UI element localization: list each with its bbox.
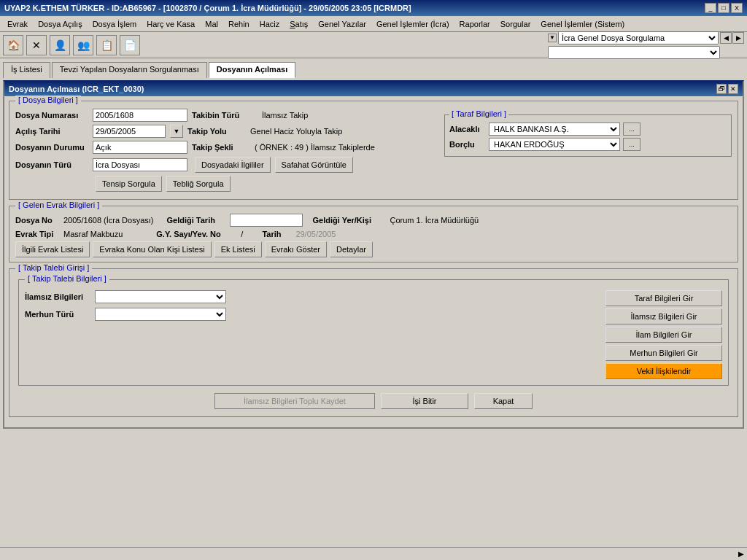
menu-harc-kasa[interactable]: Harç ve Kasa	[142, 18, 199, 30]
dosya-turu-row: Dosyanın Türü Dosyadaki İlgililer Safaha…	[15, 157, 438, 173]
geldigi-yer-kisi-label: Geldiği Yer/Kişi	[313, 216, 386, 225]
minimize-button[interactable]: _	[705, 3, 716, 13]
close-button[interactable]: X	[731, 3, 743, 13]
menu-haciz[interactable]: Haciz	[255, 18, 285, 30]
menu-evrak[interactable]: Evrak	[3, 18, 32, 30]
tab-dosyanin-acilmasi[interactable]: Dosyanın Açılması	[209, 62, 295, 78]
dropdown-arrow-icon[interactable]: ▼	[548, 34, 557, 42]
merhun-turu-select[interactable]	[95, 308, 226, 321]
tab-tevzi[interactable]: Tevzi Yapılan Dosyaların Sorgulanması	[52, 62, 207, 78]
bottom-buttons: İlamsız Bilgileri Toplu Kaydet İşi Bitir…	[15, 393, 732, 409]
toolbar-user-button[interactable]: 👤	[50, 35, 70, 55]
dosya-bilgileri-title: [ Dosya Bilgileri ]	[15, 96, 81, 104]
kapat-button[interactable]: Kapat	[474, 393, 533, 409]
menu-genel-islemler-icra[interactable]: Genel İşlemler (İcra)	[372, 18, 454, 30]
menu-dosya-acilis[interactable]: Dosya Açılış	[34, 18, 87, 30]
takip-talebi-inner: [ Takip Talebi Bilgileri ] İlamsız Bilgi…	[18, 279, 729, 386]
nav-prev-button[interactable]: ◀	[720, 32, 732, 44]
dosya-durumu-input[interactable]	[93, 141, 187, 154]
gy-sayi-label: G.Y. Sayı/Yev. No	[156, 230, 236, 238]
borclu-label: Borçlu	[449, 140, 486, 149]
merhun-turu-label: Merhun Türü	[25, 310, 90, 319]
detaylar-button[interactable]: Detaylar	[330, 241, 373, 257]
takip-form-left: İlamsız Bilgileri Merhun Türü	[25, 290, 598, 379]
ilamsiz-bilgileri-gir-button[interactable]: İlamsız Bilgileri Gir	[605, 308, 722, 324]
alacakli-row: Alacaklı HALK BANKASI A.Ş. ...	[449, 122, 727, 136]
ilam-bilgileri-gir-button[interactable]: İlam Bilgileri Gir	[605, 327, 722, 343]
evrak-tipi-value: Masraf Makbuzu	[63, 230, 123, 238]
main-content: Dosyanın Açılması (ICR_EKT_0030) 🗗 ✕ [ D…	[0, 77, 747, 432]
tensip-sorgula-button[interactable]: Tensip Sorgula	[96, 176, 162, 192]
menu-raporlar[interactable]: Raporlar	[455, 18, 495, 30]
ilgili-evrak-listesi-button[interactable]: İlgili Evrak Listesi	[15, 241, 90, 257]
menu-sorgular[interactable]: Sorgular	[496, 18, 535, 30]
geldigi-yer-kisi-value: Çorum 1. İcra Müdürlüğü	[390, 216, 479, 225]
dosyadaki-ilgililer-button[interactable]: Dosyadaki İlgililer	[195, 157, 271, 173]
toolbar-list-button[interactable]: 📋	[96, 35, 117, 55]
tarih-value: 29/05/2005	[295, 230, 336, 238]
status-bar: ▶	[0, 547, 747, 560]
teblig-sorgula-button[interactable]: Tebliğ Sorgula	[166, 176, 231, 192]
evraka-konu-button[interactable]: Evraka Konu Olan Kişi Listesi	[93, 241, 211, 257]
safahat-goruntule-button[interactable]: Safahat Görüntüle	[275, 157, 353, 173]
acilis-tarihi-input[interactable]	[93, 125, 166, 138]
evrak-tipi-label: Evrak Tipi	[15, 230, 59, 238]
vekil-iliskilendir-button[interactable]: Vekil İlişkilendir	[605, 363, 722, 379]
dosya-durumu-row: Dosyanın Durumu Takip Şekli ( ÖRNEK : 49…	[15, 141, 438, 154]
menu-mal[interactable]: Mal	[201, 18, 222, 30]
dosya-no-value: 2005/1608 (İcra Dosyası)	[63, 216, 154, 225]
tab-is-listesi[interactable]: İş Listesi	[3, 62, 50, 78]
maximize-button[interactable]: □	[718, 3, 729, 13]
dialog-title-bar: Dosyanın Açılması (ICR_EKT_0030) 🗗 ✕	[4, 82, 743, 96]
borclu-detail-button[interactable]: ...	[623, 138, 640, 151]
toolbar-users-button[interactable]: 👥	[73, 35, 93, 55]
alacakli-detail-button[interactable]: ...	[623, 122, 640, 136]
taraf-bilgileri-right: [ Taraf Bilgileri ] Alacaklı HALK BANKAS…	[444, 109, 732, 195]
takip-sekli-label: Takip Şekli	[192, 143, 250, 152]
dosya-turu-label: Dosyanın Türü	[15, 160, 88, 169]
borclu-select[interactable]: HAKAN ERDOĞUŞ	[489, 138, 620, 151]
toolbar-home-button[interactable]: 🏠	[3, 35, 23, 55]
merhun-bilgileri-gir-button[interactable]: Merhun Bilgileri Gir	[605, 345, 722, 361]
toolbar-close-button[interactable]: ✕	[26, 35, 47, 55]
menu-rehin[interactable]: Rehin	[224, 18, 254, 30]
ilamsiz-bilgileri-label: İlamsız Bilgileri	[25, 292, 90, 301]
geldigi-tarih-input[interactable]	[230, 214, 303, 227]
dosya-numarasi-label: Dosya Numarası	[15, 111, 88, 120]
icra-genel-dosya-dropdown[interactable]: İcra Genel Dosya Sorgulama	[558, 31, 719, 44]
toolbar-dropdown1: ▼ İcra Genel Dosya Sorgulama ◀ ▶	[548, 31, 744, 44]
alacakli-select[interactable]: HALK BANKASI A.Ş.	[489, 122, 620, 136]
isi-bitir-button[interactable]: İşi Bitir	[381, 393, 468, 409]
secondary-dropdown[interactable]	[548, 46, 720, 59]
taraf-bilgileri-gir-button[interactable]: Taraf Bilgileri Gir	[605, 290, 722, 306]
dosya-numarasi-row: Dosya Numarası Takibin Türü İlamsız Taki…	[15, 109, 438, 122]
menu-genel-yazilar[interactable]: Genel Yazılar	[314, 18, 371, 30]
takip-sekli-value: ( ÖRNEK : 49 ) İlamsız Takiplerde	[255, 143, 375, 152]
takip-talebi-section: [ Takip Talebi Girişi ] [ Takip Talebi B…	[9, 268, 738, 417]
title-text: UYAP2 K.ETHEM TÜRKER - ID:AB65967 - [100…	[4, 4, 411, 12]
acilis-tarihi-calendar-button[interactable]: ▼	[170, 125, 183, 138]
dosya-durumu-label: Dosyanın Durumu	[15, 143, 88, 152]
toolbar-doc-button[interactable]: 📄	[120, 35, 140, 55]
dialog-close-button[interactable]: ✕	[728, 84, 738, 94]
menu-dosya-islem[interactable]: Dosya İşlem	[88, 18, 142, 30]
evraki-goster-button[interactable]: Evrakı Göster	[265, 241, 327, 257]
dialog-restore-button[interactable]: 🗗	[716, 84, 727, 94]
dialog-title-buttons: 🗗 ✕	[716, 84, 738, 94]
dosya-turu-input[interactable]	[93, 158, 187, 171]
alacakli-label: Alacaklı	[449, 125, 486, 133]
title-bar: UYAP2 K.ETHEM TÜRKER - ID:AB65967 - [100…	[0, 0, 747, 16]
nav-next-button[interactable]: ▶	[732, 32, 744, 44]
ek-listesi-button[interactable]: Ek Listesi	[214, 241, 262, 257]
title-bar-buttons: _ □ X	[705, 3, 743, 13]
menu-satis[interactable]: Satış	[285, 18, 312, 30]
ilamsiz-bilgileri-select[interactable]	[95, 290, 226, 303]
dosya-numarasi-input[interactable]	[93, 109, 187, 122]
merhun-turu-row: Merhun Türü	[25, 308, 598, 321]
acilis-tarihi-label: Açılış Tarihi	[15, 127, 88, 136]
status-bar-right: ▶	[738, 550, 744, 558]
menu-genel-islemler-sistem[interactable]: Genel İşlemler (Sistem)	[536, 18, 629, 30]
geldigi-tarih-label: Geldiği Tarih	[167, 216, 225, 225]
gelen-evrak-row2: Evrak Tipi Masraf Makbuzu G.Y. Sayı/Yev.…	[15, 230, 732, 238]
taraf-bilgileri-section: [ Taraf Bilgileri ] Alacaklı HALK BANKAS…	[444, 114, 732, 157]
